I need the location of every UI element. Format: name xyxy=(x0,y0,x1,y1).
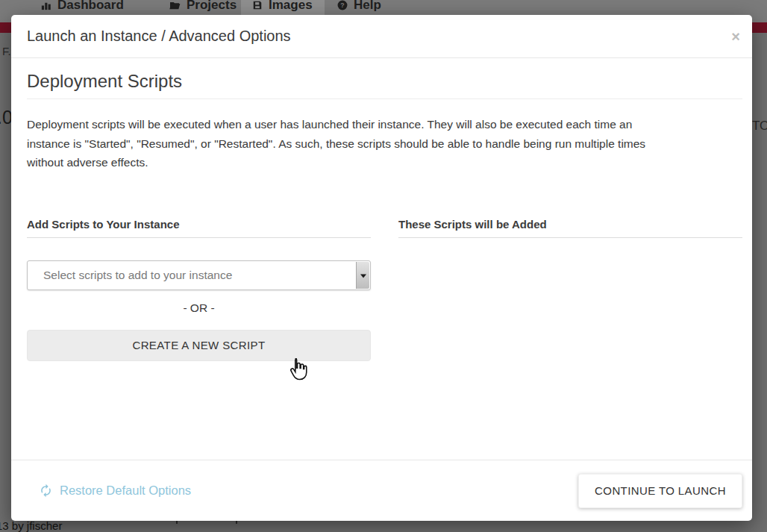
description-line: instance is "Started", "Resumed", or "Re… xyxy=(27,134,742,154)
chevron-down-icon[interactable] xyxy=(356,262,369,289)
added-scripts-column: These Scripts will be Added xyxy=(398,218,742,361)
description-line: without adverse effects. xyxy=(27,153,742,172)
modal-title: Launch an Instance / Advanced Options xyxy=(27,28,291,45)
scripts-select[interactable]: Select scripts to add to your instance xyxy=(27,260,371,290)
nav-item-label: Images xyxy=(269,0,313,13)
nav-item-images[interactable]: Images xyxy=(252,0,313,13)
advanced-options-modal: Launch an Instance / Advanced Options × … xyxy=(11,15,752,521)
bar-chart-icon xyxy=(40,0,51,11)
description-line: Deployment scripts will be executed when… xyxy=(27,115,742,134)
section-description: Deployment scripts will be executed when… xyxy=(27,115,742,172)
floppy-disk-icon xyxy=(252,0,263,10)
continue-to-launch-button[interactable]: CONTINUE TO LAUNCH xyxy=(578,474,742,508)
scripts-select-placeholder: Select scripts to add to your instance xyxy=(28,269,232,282)
folder-icon xyxy=(169,0,181,10)
nav-item-dashboard[interactable]: Dashboard xyxy=(40,0,124,13)
add-scripts-header: Add Scripts to Your Instance xyxy=(27,218,371,238)
svg-text:?: ? xyxy=(340,1,344,9)
refresh-icon xyxy=(39,484,53,498)
added-scripts-header: These Scripts will be Added xyxy=(398,218,742,238)
modal-body: Deployment Scripts Deployment scripts wi… xyxy=(11,71,752,361)
nav-item-projects[interactable]: Projects xyxy=(169,0,237,13)
background-text-fragment: 13 by jfischer xyxy=(0,519,62,532)
nav-item-help[interactable]: ? Help xyxy=(337,0,381,13)
nav-item-label: Help xyxy=(354,0,381,13)
nav-item-label: Dashboard xyxy=(57,0,124,13)
background-text-fragment: F. xyxy=(2,45,11,57)
modal-header: Launch an Instance / Advanced Options × xyxy=(11,15,752,58)
create-new-script-button[interactable]: CREATE A NEW SCRIPT xyxy=(27,330,371,361)
restore-default-options-link[interactable]: Restore Default Options xyxy=(39,484,191,498)
section-heading: Deployment Scripts xyxy=(27,71,742,99)
or-separator: - OR - xyxy=(27,301,371,315)
restore-link-label: Restore Default Options xyxy=(60,484,191,498)
background-text-fragment: TO xyxy=(752,119,767,134)
add-scripts-column: Add Scripts to Your Instance Select scri… xyxy=(27,218,371,361)
help-circle-icon: ? xyxy=(337,0,348,10)
modal-footer: Restore Default Options CONTINUE TO LAUN… xyxy=(11,460,752,521)
close-icon[interactable]: × xyxy=(731,29,740,44)
nav-item-label: Projects xyxy=(187,0,237,13)
hand-cursor-icon xyxy=(288,357,309,383)
